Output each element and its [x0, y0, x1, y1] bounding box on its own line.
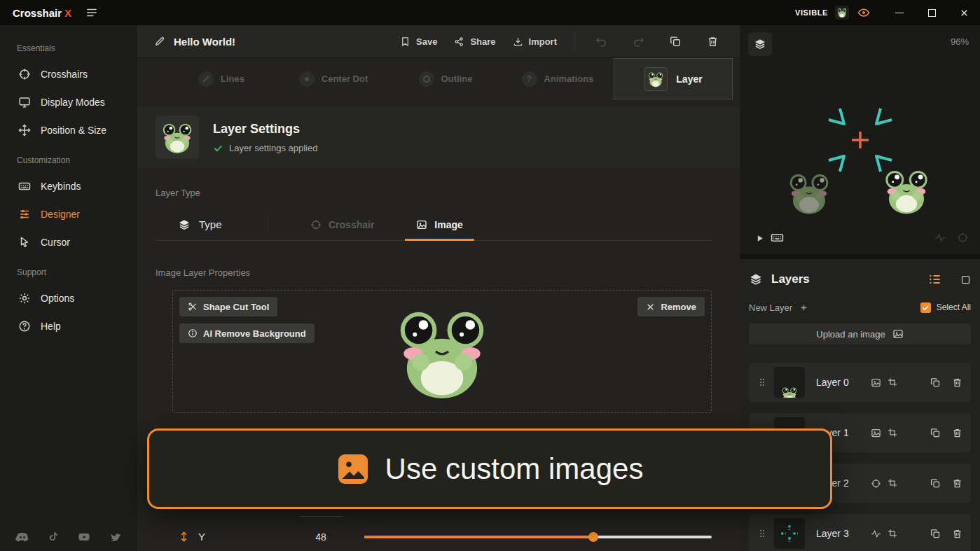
layers-icon — [749, 272, 763, 286]
layer-row-0[interactable]: Layer 0 — [749, 363, 971, 402]
crop-icon[interactable] — [888, 377, 897, 387]
crosshair-icon — [18, 68, 31, 81]
duplicate-layer-button[interactable] — [930, 529, 941, 539]
layer-row-3[interactable]: Layer 3 — [749, 514, 971, 551]
slider-handle[interactable] — [588, 532, 598, 542]
layers-toggle-button[interactable] — [748, 32, 772, 56]
image-icon — [416, 219, 427, 230]
minimize-icon — [895, 13, 904, 13]
outline-icon — [419, 71, 434, 87]
select-all-checkbox[interactable] — [920, 302, 931, 313]
play-icon[interactable] — [755, 234, 764, 243]
duplicate-layer-button[interactable] — [930, 377, 941, 388]
discord-icon[interactable] — [13, 527, 32, 547]
save-label: Save — [416, 36, 437, 47]
redo-button[interactable] — [628, 36, 649, 48]
drag-handle-icon[interactable] — [757, 375, 767, 389]
sidebar-item-cursor[interactable]: Cursor — [0, 228, 137, 256]
crop-icon[interactable] — [888, 428, 897, 438]
layers-title: Layers — [771, 272, 810, 286]
keyboard-icon[interactable] — [771, 231, 784, 244]
sidebar: Essentials Crosshairs Display Modes Posi… — [0, 25, 137, 551]
delete-layer-button[interactable] — [952, 377, 962, 388]
image-dropzone[interactable]: Shape Cut Tool AI Remove Background Remo… — [172, 290, 712, 413]
upload-label: Upload an image — [816, 329, 885, 340]
target-icon — [957, 232, 969, 244]
layer-actions — [930, 529, 962, 539]
layer-tab-thumbnail — [644, 67, 668, 91]
sidebar-item-help[interactable]: Help — [0, 312, 137, 340]
sidebar-item-keybinds[interactable]: Keybinds — [0, 172, 137, 200]
frog-image — [880, 162, 933, 218]
tab-animations[interactable]: ? Animations — [502, 58, 614, 99]
save-button[interactable]: Save — [400, 36, 437, 47]
sidebar-item-position-size[interactable]: Position & Size — [0, 116, 137, 144]
duplicate-layer-button[interactable] — [930, 428, 941, 438]
type-tab-image[interactable]: Image — [405, 209, 474, 240]
maximize-button[interactable] — [916, 0, 948, 25]
delete-layer-button[interactable] — [952, 529, 962, 539]
crop-icon[interactable] — [888, 529, 897, 538]
delete-layer-button[interactable] — [952, 428, 962, 438]
tab-label: Center Dot — [322, 74, 368, 84]
drag-handle-icon[interactable] — [757, 526, 767, 540]
hamburger-menu-icon[interactable] — [85, 6, 98, 19]
type-tab-crosshair[interactable]: Crosshair — [299, 209, 385, 240]
layer-settings-status: Layer settings applied — [213, 143, 317, 153]
y-slider[interactable] — [364, 532, 712, 542]
teal-crosshair-thumb — [779, 523, 800, 544]
tab-label: Layer — [676, 74, 702, 85]
animation-pulse-icon — [871, 529, 881, 539]
remove-image-button[interactable]: Remove — [637, 297, 705, 316]
slider-track — [364, 536, 712, 538]
minimize-button[interactable] — [883, 0, 916, 25]
edit-title-icon[interactable] — [154, 36, 165, 47]
shape-cut-tool-button[interactable]: Shape Cut Tool — [179, 297, 277, 316]
list-view-icon[interactable] — [928, 272, 942, 286]
crop-icon[interactable] — [888, 478, 897, 488]
profile-title[interactable]: Hello World! — [174, 36, 235, 48]
sidebar-section-customization: Customization Keybinds Designer Cursor — [0, 148, 137, 256]
trash-icon — [952, 478, 962, 489]
delete-button[interactable] — [703, 36, 723, 48]
tab-label: Image — [434, 219, 462, 230]
youtube-icon[interactable] — [74, 527, 94, 547]
tab-outline[interactable]: Outline — [389, 58, 502, 99]
undo-button[interactable] — [591, 36, 612, 48]
maximize-icon — [928, 9, 936, 17]
sidebar-item-display-modes[interactable]: Display Modes — [0, 88, 137, 116]
button-label: Shape Cut Tool — [203, 302, 269, 312]
share-button[interactable]: Share — [454, 36, 495, 47]
new-layer-button[interactable]: New Layer — [749, 302, 808, 313]
sidebar-item-crosshairs[interactable]: Crosshairs — [0, 60, 137, 88]
delete-layer-button[interactable] — [952, 478, 962, 489]
designer-tabs: Lines Center Dot Outline ? Animations La… — [137, 58, 733, 99]
close-button[interactable] — [948, 0, 980, 25]
grid-view-icon[interactable] — [960, 274, 971, 285]
titlebar: Crosshair X VISIBLE — [0, 0, 980, 25]
tab-lines[interactable]: Lines — [165, 58, 277, 99]
import-button[interactable]: Import — [513, 36, 557, 47]
duplicate-layer-button[interactable] — [930, 478, 941, 489]
upload-image-button[interactable]: Upload an image — [749, 323, 971, 344]
new-layer-label: New Layer — [749, 302, 792, 313]
status-text: Layer settings applied — [229, 143, 317, 153]
tiktok-icon[interactable] — [43, 527, 63, 547]
scissors-icon — [188, 302, 198, 312]
ai-remove-background-button[interactable]: AI Remove Background — [179, 323, 315, 343]
y-value[interactable]: 48 — [300, 531, 342, 543]
sidebar-item-designer[interactable]: Designer — [0, 200, 137, 228]
layer-type-icons — [871, 377, 897, 388]
layers-icon — [178, 218, 191, 231]
duplicate-button[interactable] — [665, 36, 686, 48]
check-icon — [213, 143, 223, 153]
tab-layer[interactable]: Layer — [614, 58, 733, 99]
move-icon — [18, 124, 31, 137]
chart-icon — [934, 232, 946, 244]
tab-center-dot[interactable]: Center Dot — [277, 58, 389, 99]
sidebar-item-label: Position & Size — [41, 125, 106, 136]
titlebar-controls: VISIBLE — [795, 0, 980, 25]
twitter-icon[interactable] — [105, 527, 125, 547]
sidebar-item-options[interactable]: Options — [0, 284, 137, 312]
visibility-eye-icon[interactable] — [855, 4, 872, 21]
